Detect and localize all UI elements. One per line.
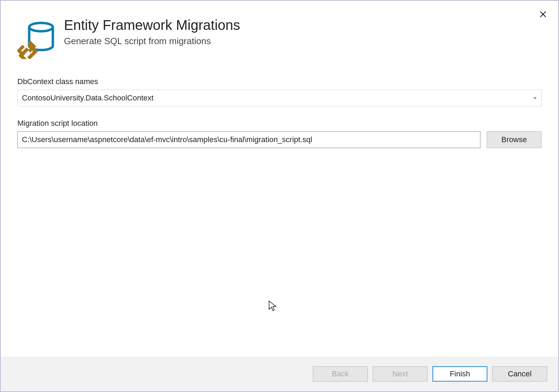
dbcontext-select[interactable] xyxy=(17,90,542,106)
dialog-subtitle: Generate SQL script from migrations xyxy=(64,36,240,47)
dbcontext-select-wrap xyxy=(17,90,542,106)
location-group: Migration script location Browse xyxy=(17,119,542,148)
dialog-title: Entity Framework Migrations xyxy=(64,17,240,33)
dbcontext-label: DbContext class names xyxy=(17,77,542,86)
dbcontext-group: DbContext class names xyxy=(17,77,542,106)
title-block: Entity Framework Migrations Generate SQL… xyxy=(64,17,240,47)
location-label: Migration script location xyxy=(17,119,542,128)
browse-button[interactable]: Browse xyxy=(487,131,542,148)
finish-button[interactable]: Finish xyxy=(432,366,487,382)
dialog-footer: Back Next Finish Cancel xyxy=(1,357,558,391)
dialog-content: Entity Framework Migrations Generate SQL… xyxy=(1,1,558,357)
close-icon xyxy=(540,11,546,18)
dialog-header: Entity Framework Migrations Generate SQL… xyxy=(17,17,542,60)
close-button[interactable] xyxy=(536,8,550,22)
back-button[interactable]: Back xyxy=(313,366,368,382)
location-input[interactable] xyxy=(17,131,480,148)
next-button[interactable]: Next xyxy=(373,366,428,382)
cancel-button[interactable]: Cancel xyxy=(492,366,547,382)
svg-point-2 xyxy=(29,23,53,31)
location-row: Browse xyxy=(17,131,542,148)
dialog-window: Entity Framework Migrations Generate SQL… xyxy=(0,0,559,392)
migrations-icon xyxy=(17,21,56,60)
